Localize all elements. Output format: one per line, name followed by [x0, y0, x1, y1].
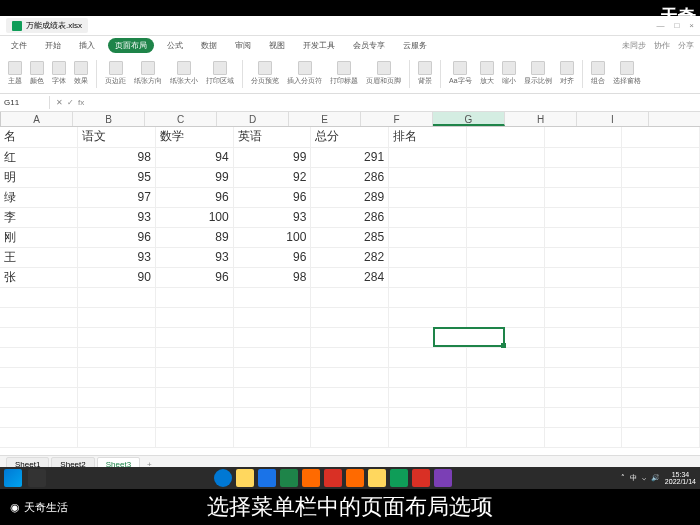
menu-审阅[interactable]: 审阅 [230, 38, 256, 53]
cell-F11[interactable] [389, 327, 467, 347]
confirm-icon[interactable]: ✓ [67, 98, 74, 107]
ribbon-插入分页符[interactable]: 插入分页符 [287, 61, 322, 86]
cell-G5[interactable] [466, 207, 544, 227]
cell-H1[interactable] [544, 127, 622, 147]
maximize-button[interactable]: □ [674, 21, 679, 30]
cell-G11[interactable] [466, 327, 544, 347]
cell-D3[interactable]: 92 [233, 167, 311, 187]
cell-F8[interactable] [389, 267, 467, 287]
cell-B16[interactable] [78, 427, 156, 447]
cell-E5[interactable]: 286 [311, 207, 389, 227]
cell-G6[interactable] [466, 227, 544, 247]
cell-A11[interactable] [0, 327, 78, 347]
cell-C13[interactable] [155, 367, 233, 387]
col-header-E[interactable]: E [289, 112, 361, 126]
ribbon-Aa字号[interactable]: Aa字号 [449, 61, 472, 86]
cell-A10[interactable] [0, 307, 78, 327]
cell-D10[interactable] [233, 307, 311, 327]
cell-E15[interactable] [311, 407, 389, 427]
cell-B3[interactable]: 95 [78, 167, 156, 187]
cell-B5[interactable]: 93 [78, 207, 156, 227]
col-header-A[interactable]: A [1, 112, 73, 126]
col-header-H[interactable]: H [505, 112, 577, 126]
cell-C11[interactable] [155, 327, 233, 347]
cell-I1[interactable] [622, 127, 700, 147]
cell-E4[interactable]: 289 [311, 187, 389, 207]
cell-G2[interactable] [466, 147, 544, 167]
cell-C15[interactable] [155, 407, 233, 427]
cell-F3[interactable] [389, 167, 467, 187]
cell-F13[interactable] [389, 367, 467, 387]
cell-B10[interactable] [78, 307, 156, 327]
tray-net-icon[interactable]: ⌵ [642, 474, 646, 482]
cell-E14[interactable] [311, 387, 389, 407]
cell-I14[interactable] [622, 387, 700, 407]
ribbon-纸张方向[interactable]: 纸张方向 [134, 61, 162, 86]
cell-H13[interactable] [544, 367, 622, 387]
cell-E13[interactable] [311, 367, 389, 387]
app4-icon[interactable] [368, 469, 386, 487]
cell-G13[interactable] [466, 367, 544, 387]
cell-G14[interactable] [466, 387, 544, 407]
cell-A13[interactable] [0, 367, 78, 387]
col-header-C[interactable]: C [145, 112, 217, 126]
cell-B15[interactable] [78, 407, 156, 427]
ribbon-打印区域[interactable]: 打印区域 [206, 61, 234, 86]
cell-I4[interactable] [622, 187, 700, 207]
cell-B9[interactable] [78, 287, 156, 307]
ribbon-放大[interactable]: 放大 [480, 61, 494, 86]
cell-A15[interactable] [0, 407, 78, 427]
cell-A7[interactable]: 王 [0, 247, 78, 267]
menubar-right-分享[interactable]: 分享 [678, 40, 694, 51]
cell-C4[interactable]: 96 [155, 187, 233, 207]
cell-E1[interactable]: 总分 [311, 127, 389, 147]
cell-G7[interactable] [466, 247, 544, 267]
ribbon-效果[interactable]: 效果 [74, 61, 88, 86]
cell-F14[interactable] [389, 387, 467, 407]
ribbon-缩小[interactable]: 缩小 [502, 61, 516, 86]
cell-C6[interactable]: 89 [155, 227, 233, 247]
cancel-icon[interactable]: ✕ [56, 98, 63, 107]
cell-I16[interactable] [622, 427, 700, 447]
app2-icon[interactable] [302, 469, 320, 487]
cell-H8[interactable] [544, 267, 622, 287]
cell-C12[interactable] [155, 347, 233, 367]
cell-A9[interactable] [0, 287, 78, 307]
ribbon-页眉和页脚[interactable]: 页眉和页脚 [366, 61, 401, 86]
cell-C14[interactable] [155, 387, 233, 407]
cell-H11[interactable] [544, 327, 622, 347]
cell-A2[interactable]: 红 [0, 147, 78, 167]
ribbon-打印标题[interactable]: 打印标题 [330, 61, 358, 86]
ribbon-颜色[interactable]: 颜色 [30, 61, 44, 86]
cell-A1[interactable]: 名 [0, 127, 78, 147]
minimize-button[interactable]: — [656, 21, 664, 30]
cell-E12[interactable] [311, 347, 389, 367]
menu-开始[interactable]: 开始 [40, 38, 66, 53]
tray-time[interactable]: 15:34 [672, 471, 690, 478]
cell-E9[interactable] [311, 287, 389, 307]
tray-sound-icon[interactable]: 🔊 [651, 474, 660, 482]
cell-H5[interactable] [544, 207, 622, 227]
cell-G15[interactable] [466, 407, 544, 427]
tray-date[interactable]: 2022/1/14 [665, 478, 696, 485]
cell-H14[interactable] [544, 387, 622, 407]
ribbon-分页预览[interactable]: 分页预览 [251, 61, 279, 86]
cell-C16[interactable] [155, 427, 233, 447]
cell-H3[interactable] [544, 167, 622, 187]
cell-B14[interactable] [78, 387, 156, 407]
col-header-D[interactable]: D [217, 112, 289, 126]
ribbon-字体[interactable]: 字体 [52, 61, 66, 86]
menu-页面布局[interactable]: 页面布局 [108, 38, 154, 53]
cell-G1[interactable] [466, 127, 544, 147]
cell-F6[interactable] [389, 227, 467, 247]
w-icon[interactable] [346, 469, 364, 487]
cell-B7[interactable]: 93 [78, 247, 156, 267]
cell-B8[interactable]: 90 [78, 267, 156, 287]
file-tab[interactable]: 万能成绩表.xlsx [6, 18, 88, 33]
cell-I12[interactable] [622, 347, 700, 367]
cell-H16[interactable] [544, 427, 622, 447]
col-header-I[interactable]: I [577, 112, 649, 126]
cell-H9[interactable] [544, 287, 622, 307]
ribbon-显示比例[interactable]: 显示比例 [524, 61, 552, 86]
cell-B4[interactable]: 97 [78, 187, 156, 207]
